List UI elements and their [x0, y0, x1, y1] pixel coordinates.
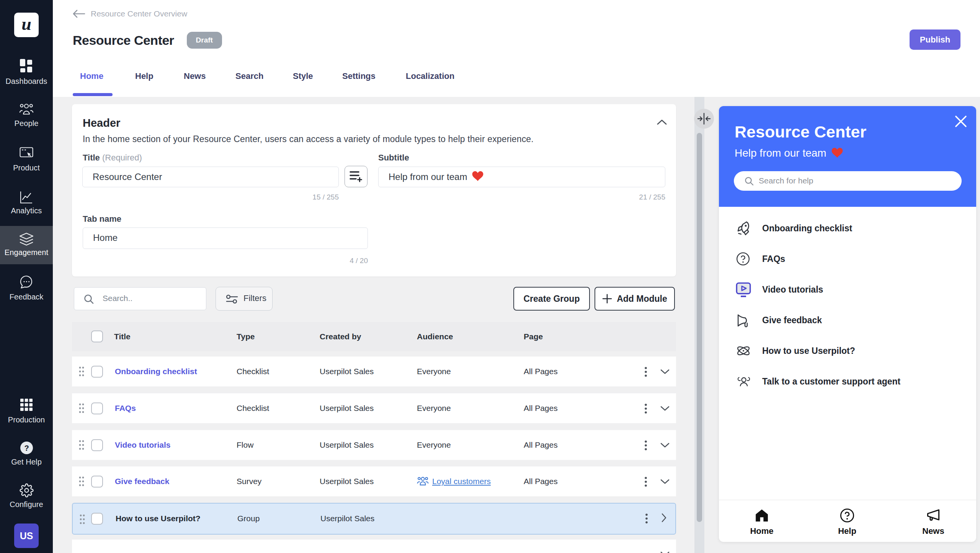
svg-text:?: ?: [24, 444, 29, 452]
